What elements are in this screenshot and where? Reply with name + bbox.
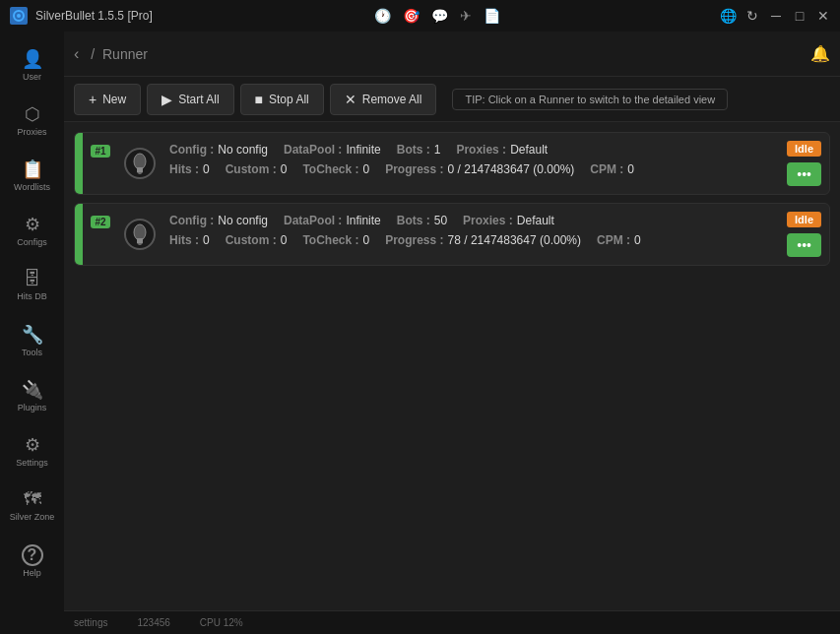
sidebar-item-tools[interactable]: 🔧 Tools	[5, 315, 60, 366]
sidebar-label-proxies: Proxies	[17, 128, 46, 138]
sidebar-item-hitsdb[interactable]: 🗄 Hits DB	[5, 260, 60, 311]
close-button[interactable]: ✕	[816, 9, 830, 23]
sidebar-item-user[interactable]: 👤 User	[5, 39, 60, 91]
minimize-button[interactable]: ─	[769, 9, 783, 23]
maximize-button[interactable]: □	[793, 9, 807, 23]
breadcrumb: / Runner	[91, 46, 148, 62]
sidebar-item-help[interactable]: ? Help	[5, 536, 60, 587]
globe-icon[interactable]: 🌐	[722, 9, 736, 23]
start-all-button[interactable]: ▶ Start All	[147, 84, 233, 115]
proxies-key-2: Proxies :	[463, 214, 513, 227]
sidebar-label-silverzone: Silver Zone	[10, 513, 55, 523]
plugins-icon: 🔌	[22, 379, 43, 401]
hitsdb-icon: 🗄	[24, 269, 41, 289]
new-label: New	[102, 93, 126, 106]
back-button[interactable]: ‹	[74, 45, 79, 63]
tools-icon: 🔧	[22, 324, 43, 346]
sidebar-item-plugins[interactable]: 🔌 Plugins	[5, 370, 60, 421]
svg-rect-6	[137, 238, 143, 243]
help-icon: ?	[22, 544, 43, 566]
runner-cpm-item-1: CPM : 0	[590, 162, 634, 176]
runner-more-button-2[interactable]: •••	[787, 233, 821, 257]
tocheck-key-2: ToCheck :	[302, 233, 358, 247]
runner-status-badge-1: Idle	[787, 141, 821, 157]
datapool-val-2: Infinite	[346, 214, 380, 227]
runner-bar-1	[75, 133, 83, 194]
notification-button[interactable]: 🔔	[810, 44, 830, 63]
config-key-2: Config :	[169, 214, 214, 227]
proxies-val-2: Default	[517, 214, 554, 227]
sidebar-label-tools: Tools	[22, 349, 42, 358]
cpm-val-1: 0	[627, 162, 634, 176]
sidebar-item-settings[interactable]: ⚙ Settings	[5, 425, 60, 476]
progress-val-2: 78 / 2147483647 (0.00%)	[448, 233, 581, 247]
refresh-icon[interactable]: ↻	[745, 9, 759, 23]
runner-more-button-1[interactable]: •••	[787, 162, 821, 186]
history-icon[interactable]: 🕐	[374, 8, 391, 24]
runner-config-item-1: Config : No config	[169, 143, 268, 157]
progress-key-2: Progress :	[385, 233, 443, 247]
runner-stats-row-2: Hits : 0 Custom : 0 ToCheck : 0	[169, 233, 771, 247]
bots-key-2: Bots :	[397, 214, 430, 227]
telegram-icon[interactable]: ✈	[460, 8, 472, 24]
runner-status-badge-2: Idle	[787, 212, 821, 227]
stop-all-button[interactable]: ■ Stop All	[240, 84, 324, 115]
breadcrumb-current: Runner	[102, 46, 148, 62]
hits-key-1: Hits :	[169, 162, 199, 176]
runner-card-inner-2: #2 Co	[75, 204, 829, 265]
datapool-val-1: Infinite	[346, 143, 380, 157]
bots-val-2: 50	[434, 214, 447, 227]
runner-num-label-2: #2	[83, 204, 118, 265]
runner-progress-item-1: Progress : 0 / 2147483647 (0.00%)	[385, 162, 574, 176]
sidebar-item-wordlists[interactable]: 📋 Wordlists	[5, 150, 60, 201]
remove-all-button[interactable]: ✕ Remove All	[330, 84, 437, 115]
runner-hits-item-1: Hits : 0	[169, 162, 210, 176]
settings-icon: ⚙	[25, 434, 40, 456]
runner-info-row-2: Config : No config DataPool : Infinite B…	[169, 214, 771, 227]
remove-all-label: Remove All	[362, 93, 422, 106]
runner-datapool-item-1: DataPool : Infinite	[284, 143, 381, 157]
runner-bots-item-1: Bots : 1	[397, 143, 441, 157]
discord-icon[interactable]: 💬	[431, 8, 448, 24]
cpm-key-1: CPM :	[590, 162, 623, 176]
runner-icon-area-2	[118, 204, 162, 265]
tocheck-val-2: 0	[363, 233, 370, 247]
runner-info-row-1: Config : No config DataPool : Infinite B…	[169, 143, 771, 157]
sidebar: 👤 User ⬡ Proxies 📋 Wordlists ⚙ Configs 🗄…	[0, 32, 64, 634]
sidebar-label-hitsdb: Hits DB	[17, 292, 47, 302]
runner-card-2[interactable]: #2 Co	[74, 203, 830, 266]
svg-point-2	[134, 154, 146, 169]
sidebar-label-settings: Settings	[16, 459, 48, 469]
cpm-val-2: 0	[634, 233, 641, 247]
runner-bots-item-2: Bots : 50	[397, 214, 447, 227]
bottom-stat-2: 123456	[137, 617, 169, 628]
new-button[interactable]: + New	[74, 84, 141, 115]
sidebar-item-configs[interactable]: ⚙ Configs	[5, 205, 60, 256]
runner-info-1: Config : No config DataPool : Infinite B…	[162, 133, 779, 194]
config-val-1: No config	[218, 143, 268, 157]
sidebar-label-help: Help	[23, 569, 41, 579]
sidebar-item-proxies[interactable]: ⬡ Proxies	[5, 95, 60, 146]
runner-hits-item-2: Hits : 0	[169, 233, 210, 247]
docs-icon[interactable]: 📄	[484, 8, 500, 24]
cpm-key-2: CPM :	[597, 233, 630, 247]
runner-datapool-item-2: DataPool : Infinite	[284, 214, 381, 227]
sidebar-item-silverzone[interactable]: 🗺 Silver Zone	[5, 480, 60, 532]
runner-card-1[interactable]: #1 Co	[74, 132, 830, 195]
bots-key-1: Bots :	[397, 143, 430, 157]
header-right: 🔔	[810, 44, 830, 63]
tocheck-val-1: 0	[363, 162, 370, 176]
runner-cpm-item-2: CPM : 0	[597, 233, 641, 247]
runner-tocheck-item-2: ToCheck : 0	[302, 233, 369, 247]
stop-all-label: Stop All	[269, 93, 309, 106]
datapool-key-1: DataPool :	[284, 143, 342, 157]
breadcrumb-sep: /	[91, 46, 95, 62]
bottom-stat-1: settings	[74, 617, 107, 628]
runner-num-label-1: #1	[83, 133, 118, 194]
target-icon[interactable]: 🎯	[403, 8, 420, 24]
config-val-2: No config	[218, 214, 268, 227]
proxies-icon: ⬡	[25, 103, 40, 125]
svg-marker-4	[137, 172, 143, 174]
custom-key-1: Custom :	[226, 162, 277, 176]
svg-point-5	[134, 224, 146, 240]
